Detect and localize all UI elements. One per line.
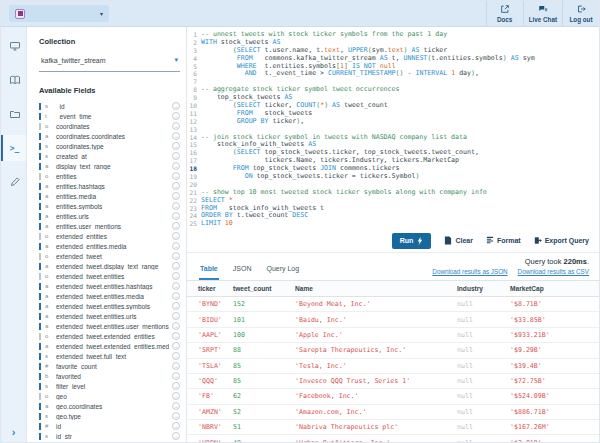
add-field-to-query-icon[interactable]: → [172,122,180,130]
field-row[interactable]: oextended_entities→ [39,231,180,241]
add-field-to-query-icon[interactable]: → [172,272,180,280]
field-row[interactable]: bfavorited→ [39,371,180,381]
field-row[interactable]: #id→ [39,421,180,431]
add-field-to-query-icon[interactable]: → [172,432,180,440]
rail-item-collections[interactable] [1,67,26,93]
field-row[interactable]: ageo.coordinates→ [39,401,180,411]
field-row[interactable]: scoordinates.type→ [39,141,180,151]
editor-line[interactable]: 24ORDER BY t.tweet_count DESC [187,212,599,220]
add-field-to-query-icon[interactable]: → [172,322,180,330]
field-row[interactable]: sid_str→ [39,431,180,441]
add-field-to-query-icon[interactable]: → [172,312,180,320]
field-row[interactable]: screated_at→ [39,151,180,161]
tab-query-log[interactable]: Query Log [265,259,300,280]
field-row[interactable]: s_id→ [39,101,180,111]
field-row[interactable]: sgeo.type→ [39,411,180,421]
add-field-to-query-icon[interactable]: → [172,392,180,400]
field-row[interactable]: aentities.urls→ [39,211,180,221]
field-type: b [45,373,56,379]
field-row[interactable]: acoordinates.coordinates→ [39,131,180,141]
add-field-to-query-icon[interactable]: → [172,252,180,260]
add-field-to-query-icon[interactable]: → [172,282,180,290]
sql-editor[interactable]: 1-- unnest tweets with stock ticker symb… [187,27,599,229]
docs-button[interactable]: Docs [486,1,523,26]
add-field-to-query-icon[interactable]: → [172,422,180,430]
field-row[interactable]: aentities.user_mentions→ [39,221,180,231]
field-row[interactable]: aextended_tweet.entities.hashtags→ [39,281,180,291]
field-row[interactable]: aentities.symbols→ [39,201,180,211]
export-query-button[interactable]: Export Query [534,236,589,245]
rail-item-overview[interactable] [1,33,26,59]
table-cell: 'Amazon.com, Inc.' [291,404,453,419]
download-json-link[interactable]: Download results as JSON [432,268,507,275]
run-button[interactable]: Run [392,233,432,249]
field-row[interactable]: aextended_entities.media→ [39,241,180,251]
download-csv-link[interactable]: Download results as CSV [518,268,589,275]
field-row[interactable]: oentities→ [39,171,180,181]
editor-line[interactable]: 6 AND t._event_time > CURRENT_TIMESTAMP(… [187,70,599,78]
field-row[interactable]: aextended_tweet.display_text_range→ [39,261,180,271]
tab-table[interactable]: Table [199,259,219,280]
field-row[interactable]: aextended_tweet.entities.symbols→ [39,301,180,311]
field-name: extended_tweet.display_text_range [56,263,169,270]
add-field-to-query-icon[interactable]: → [172,112,180,120]
editor-line[interactable]: 19 ON top_stock_tweets.ticker = tickers.… [187,173,599,181]
add-field-to-query-icon[interactable]: → [172,362,180,370]
add-field-to-query-icon[interactable]: → [172,202,180,210]
add-field-to-query-icon[interactable]: → [172,302,180,310]
table-cell: 'FB' [187,389,229,404]
rail-item-workspaces[interactable] [1,101,26,127]
add-field-to-query-icon[interactable]: → [172,152,180,160]
log-out-button[interactable]: Log out [562,1,599,26]
field-row[interactable]: aextended_tweet.entities.user_mentions→ [39,321,180,331]
field-row[interactable]: aentities.media→ [39,191,180,201]
field-row[interactable]: adisplay_text_range→ [39,161,180,171]
workspace-selector[interactable]: ▾ [9,5,109,22]
export-icon [534,236,542,245]
add-field-to-query-icon[interactable]: → [172,142,180,150]
rail-item-query-editor[interactable]: >_ [1,135,26,161]
field-row[interactable]: t_event_time→ [39,111,180,121]
field-row[interactable]: aextended_tweet.entities.urls→ [39,311,180,321]
field-row[interactable]: oextended_tweet.extended_entities→ [39,331,180,341]
add-field-to-query-icon[interactable]: → [172,262,180,270]
field-row[interactable]: sfilter_level→ [39,381,180,391]
add-field-to-query-icon[interactable]: → [172,212,180,220]
live-chat-button[interactable]: Live Chat [523,1,562,26]
add-field-to-query-icon[interactable]: → [172,242,180,250]
expand-rail-chevron-icon[interactable]: › [1,427,26,437]
add-field-to-query-icon[interactable]: → [172,402,180,410]
field-row[interactable]: #favorite_count→ [39,361,180,371]
add-field-to-query-icon[interactable]: → [172,342,180,350]
add-field-to-query-icon[interactable]: → [172,102,180,110]
add-field-to-query-icon[interactable]: → [172,292,180,300]
field-row[interactable]: oextended_tweet.entities→ [39,271,180,281]
add-field-to-query-icon[interactable]: → [172,172,180,180]
editor-line[interactable]: 25LIMIT 10 [187,220,599,228]
rail-item-write-api[interactable] [1,169,26,195]
field-row[interactable]: aextended_tweet.entities.media→ [39,291,180,301]
add-field-to-query-icon[interactable]: → [172,222,180,230]
add-field-to-query-icon[interactable]: → [172,332,180,340]
add-field-to-query-icon[interactable]: → [172,232,180,240]
add-field-to-query-icon[interactable]: → [172,372,180,380]
add-field-to-query-icon[interactable]: → [172,382,180,390]
clear-button[interactable]: Clear [444,236,473,245]
field-row[interactable]: aentities.hashtags→ [39,181,180,191]
collection-select[interactable]: kafka_twitter_stream ▾ [39,53,180,72]
field-row[interactable]: ocoordinates→ [39,121,180,131]
add-field-to-query-icon[interactable]: → [172,192,180,200]
add-field-to-query-icon[interactable]: → [172,182,180,190]
tab-json[interactable]: JSON [232,259,253,280]
add-field-to-query-icon[interactable]: → [172,412,180,420]
field-row[interactable]: sextended_tweet.full_text→ [39,351,180,361]
field-row[interactable]: ogeo→ [39,391,180,401]
format-button[interactable]: Format [486,236,521,245]
editor-line[interactable]: 21-- show top 10 most tweeted stock tick… [187,189,599,197]
add-field-to-query-icon[interactable]: → [172,162,180,170]
editor-line[interactable]: 12 GROUP BY ticker), [187,118,599,126]
add-field-to-query-icon[interactable]: → [172,352,180,360]
field-row[interactable]: oextended_tweet→ [39,251,180,261]
field-row[interactable]: aextended_tweet.extended_entities.media→ [39,341,180,351]
add-field-to-query-icon[interactable]: → [172,132,180,140]
